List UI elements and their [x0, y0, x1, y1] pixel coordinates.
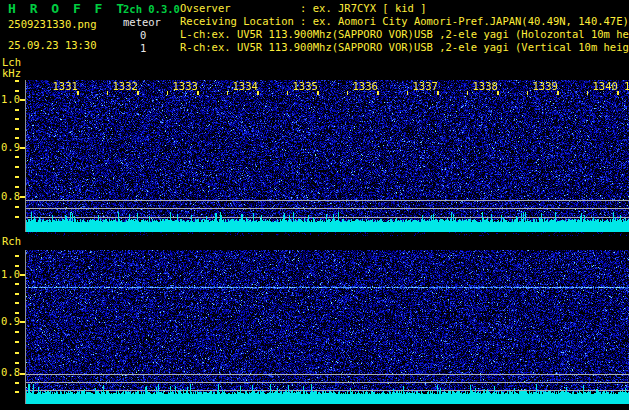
time-label: 1338 [473, 81, 498, 91]
time-label: 1336 [353, 81, 378, 91]
freq-tick [15, 391, 19, 393]
lch-spectrogram [25, 80, 629, 236]
lch-freq-label-0_9: 0.9 [1, 142, 20, 153]
freq-tick [15, 283, 19, 285]
freq-tick [15, 90, 19, 92]
output-filename: 2509231330.png [8, 19, 97, 30]
time-label: 1331 [53, 81, 78, 91]
app-version: 2ch 0.3.0 [123, 4, 180, 15]
khz-unit-label: kHz [2, 68, 21, 79]
freq-tick [15, 331, 19, 333]
mode-label: meteor [123, 17, 161, 28]
observer-line: Ovserver : ex. JR7CYX [ kid ] [180, 3, 427, 14]
freq-tick [15, 382, 19, 384]
freq-tick [15, 265, 19, 267]
freq-tick [15, 255, 19, 257]
freq-tick [15, 156, 19, 158]
freq-tick [20, 321, 25, 323]
freq-tick [15, 302, 19, 304]
datetime-label: 25.09.23 13:30 [8, 40, 97, 51]
rch-freq-label-0_8: 0.8 [1, 367, 20, 378]
lch-freq-label-1_0: 1.0 [1, 94, 20, 105]
rch-channel-label: Rch [2, 236, 21, 247]
rch-spectrogram [25, 250, 629, 410]
freq-tick [15, 216, 19, 218]
lch-freq-label-0_8: 0.8 [1, 191, 20, 202]
freq-tick [15, 137, 19, 139]
time-label: 1333 [173, 81, 198, 91]
freq-tick [15, 186, 19, 188]
meteor-count-ch0: 0 [140, 30, 146, 41]
lch-description-line: L-ch:ex. UV5R 113.900Mhz(SAPPORO VOR)USB… [180, 29, 629, 40]
freq-tick [20, 373, 25, 375]
freq-tick [15, 118, 19, 120]
rch-freq-label-1_0: 1.0 [1, 269, 20, 280]
freq-tick [20, 147, 25, 149]
freq-tick [15, 176, 19, 178]
time-label: 1340 [593, 81, 618, 91]
freq-tick [20, 196, 25, 198]
time-label: 1334 [233, 81, 258, 91]
freq-tick [15, 206, 19, 208]
freq-tick [15, 352, 19, 354]
time-label: 1335 [293, 81, 318, 91]
time-label-partial: 1 [624, 81, 629, 91]
location-line: Receiving Location : ex. Aomori City Aom… [180, 16, 629, 27]
freq-tick [15, 80, 19, 82]
freq-tick [15, 341, 19, 343]
freq-tick [15, 109, 19, 111]
meteor-count-ch1: 1 [140, 43, 146, 54]
time-label: 1339 [533, 81, 558, 91]
app-title: H R O F F T [8, 3, 127, 14]
rch-freq-label-0_9: 0.9 [1, 316, 20, 327]
time-label: 1337 [413, 81, 438, 91]
freq-tick [15, 166, 19, 168]
rch-description-line: R-ch:ex. UV5R 113.900Mhz(SAPPORO VOR)USB… [180, 42, 629, 53]
freq-tick [15, 128, 19, 130]
hrofft-screen: H R O F F T 2ch 0.3.0 2509231330.png met… [0, 0, 629, 410]
freq-tick [15, 293, 19, 295]
freq-tick [20, 99, 25, 101]
freq-tick [15, 362, 19, 364]
freq-tick [15, 312, 19, 314]
time-label: 1332 [113, 81, 138, 91]
freq-tick [20, 274, 25, 276]
